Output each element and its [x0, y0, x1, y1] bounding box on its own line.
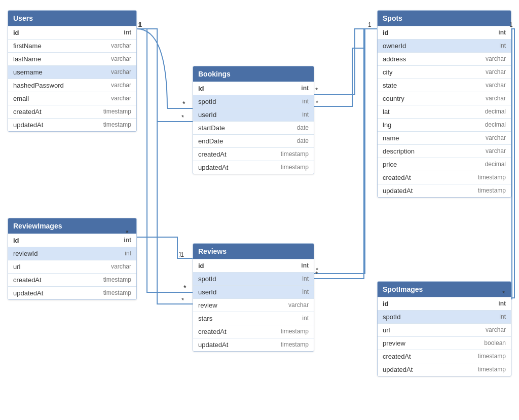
table-row: createdAt timestamp — [8, 105, 136, 118]
table-row: lat decimal — [378, 105, 511, 118]
reviewimages-table-header: ReviewImages — [8, 218, 136, 234]
rel-label: * — [181, 296, 184, 304]
spots-table: Spots id int ownerId int address varchar… — [377, 10, 511, 198]
table-row: description varchar — [378, 144, 511, 158]
table-row: updatedAt timestamp — [193, 161, 314, 174]
reviews-table: Reviews id int spotId int userId int rev… — [193, 243, 314, 352]
table-row: spotId int — [193, 272, 314, 285]
table-row: createdAt timestamp — [193, 147, 314, 161]
table-row: preview boolean — [378, 336, 511, 350]
users-table: Users id int firstName varchar lastName … — [8, 10, 137, 132]
rel-label: * — [181, 113, 184, 121]
table-row: username varchar — [8, 65, 136, 79]
table-row: updatedAt timestamp — [8, 118, 136, 131]
table-row: createdAt timestamp — [378, 171, 511, 184]
table-row: stars int — [193, 312, 314, 325]
svg-text:1: 1 — [368, 21, 372, 28]
svg-text:1: 1 — [178, 251, 182, 258]
table-row: updatedAt timestamp — [378, 184, 511, 197]
spotimages-table: SpotImages id int spotId int url varchar… — [377, 281, 511, 376]
diagram-container: 1 * * 1 * * 1 * * Users id int firstName… — [0, 0, 519, 420]
table-row: id int — [193, 259, 314, 272]
rel-label: 1 — [138, 21, 141, 28]
table-row: endDate date — [193, 134, 314, 147]
rel-label: * — [316, 99, 318, 106]
table-row: createdAt timestamp — [193, 325, 314, 338]
table-row: name varchar — [378, 131, 511, 144]
table-row: startDate date — [193, 121, 314, 134]
spots-table-header: Spots — [378, 11, 511, 26]
table-row: url varchar — [8, 260, 136, 273]
table-row: reviewId int — [8, 247, 136, 260]
table-row: ownerId int — [378, 39, 511, 52]
table-row: firstName varchar — [8, 39, 136, 52]
table-row: updatedAt timestamp — [8, 286, 136, 299]
table-row: url varchar — [378, 323, 511, 336]
table-row: hashedPassword varchar — [8, 79, 136, 92]
table-row: spotId int — [193, 95, 314, 108]
table-row: state varchar — [378, 79, 511, 92]
table-row: createdAt timestamp — [378, 350, 511, 363]
svg-text:*: * — [183, 284, 187, 292]
users-table-header: Users — [8, 11, 136, 26]
svg-text:1: 1 — [139, 21, 142, 28]
reviewimages-table: ReviewImages id int reviewId int url var… — [8, 218, 137, 300]
svg-text:*: * — [182, 100, 186, 108]
rel-label: * — [316, 266, 318, 274]
svg-text:*: * — [315, 270, 318, 278]
table-row: updatedAt timestamp — [378, 363, 511, 376]
table-row: lng decimal — [378, 118, 511, 131]
table-row: createdAt timestamp — [8, 273, 136, 286]
table-row: country varchar — [378, 92, 511, 105]
table-row: lastName varchar — [8, 52, 136, 65]
spotimages-table-header: SpotImages — [378, 282, 511, 297]
reviews-table-header: Reviews — [193, 244, 314, 259]
table-row: id int — [193, 82, 314, 95]
table-row: address varchar — [378, 52, 511, 65]
table-row: userId int — [193, 285, 314, 298]
table-row: userId int — [193, 108, 314, 121]
table-row: spotId int — [378, 310, 511, 323]
table-row: id int — [8, 234, 136, 247]
table-row: id int — [8, 26, 136, 39]
bookings-table: Bookings id int spotId int userId int st… — [193, 66, 314, 174]
table-row: id int — [378, 26, 511, 39]
table-row: review varchar — [193, 298, 314, 312]
table-row: city varchar — [378, 65, 511, 79]
table-row: updatedAt timestamp — [193, 338, 314, 351]
table-row: price decimal — [378, 158, 511, 171]
table-row: id int — [378, 297, 511, 310]
table-row: email varchar — [8, 92, 136, 105]
svg-text:*: * — [315, 86, 318, 94]
bookings-table-header: Bookings — [193, 66, 314, 82]
rel-label: 1 — [180, 251, 184, 258]
